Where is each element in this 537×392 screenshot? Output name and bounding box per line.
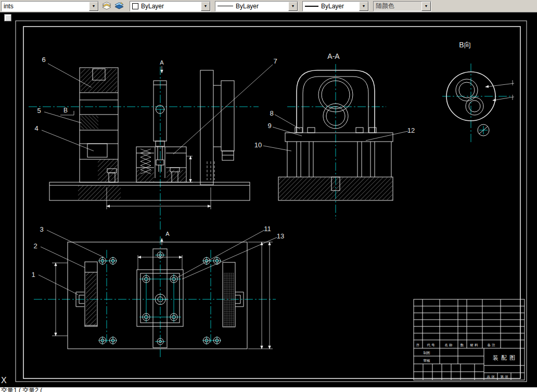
plotstyle-combo-dropdown-arrow-icon: ▼: [421, 2, 431, 11]
balloon-11: 11: [264, 225, 271, 233]
layer-combo-dropdown-arrow-icon[interactable]: ▼: [89, 2, 98, 11]
color-combo[interactable]: ByLayer ▼: [130, 1, 211, 11]
color-combo-value: ByLayer: [130, 2, 201, 11]
view-b-label: B向: [459, 41, 471, 49]
title-block: 序 代 号 名 称 数 材 料 备 注 制图 审核 装 配 图 共 张 第 张: [414, 299, 525, 380]
cut-a-top-label: A: [160, 59, 164, 66]
lineweight-combo[interactable]: ByLayer ▼: [302, 1, 369, 11]
plotstyle-combo-value: 随颜色: [374, 2, 421, 11]
tb-header-seq: 序: [416, 343, 420, 347]
layer-properties-button[interactable]: [100, 1, 113, 12]
linetype-combo-dropdown-arrow-icon[interactable]: ▼: [288, 2, 298, 11]
plan-view: [52, 242, 273, 349]
view-b: [446, 72, 514, 136]
tb-header-name: 名 称: [445, 343, 453, 347]
lineweight-combo-label: ByLayer: [321, 3, 344, 10]
lineweight-combo-value: ByLayer: [303, 2, 359, 11]
balloon-1: 1: [31, 271, 35, 279]
centerlines: [29, 64, 511, 358]
layer-combo[interactable]: ints ▼: [1, 1, 99, 11]
plotstyle-combo: 随颜色 ▼: [373, 1, 431, 11]
linetype-sample-icon: [218, 6, 233, 6]
balloon-8: 8: [270, 109, 273, 117]
lineweight-combo-dropdown-arrow-icon[interactable]: ▼: [359, 2, 368, 11]
tb-header-remark: 备 注: [488, 343, 495, 347]
balloon-9: 9: [267, 122, 271, 130]
balloon-3: 3: [40, 225, 43, 233]
properties-toolbar: ints ▼ B: [0, 0, 537, 12]
tb-cell-sheets: 共 张: [487, 375, 495, 379]
ucs-icon: X: [1, 376, 7, 385]
section-aa-label: A-A: [327, 52, 340, 60]
balloon-12: 12: [407, 127, 415, 134]
balloon-10: 10: [254, 141, 262, 149]
linetype-combo-value: ByLayer: [215, 2, 288, 11]
balloon-7: 7: [273, 57, 277, 65]
balloon-13: 13: [277, 232, 284, 240]
tb-cell-draw: 制图: [424, 351, 430, 355]
linetype-combo[interactable]: ByLayer ▼: [215, 1, 298, 11]
balloon-2: 2: [33, 242, 37, 250]
command-line-bar[interactable]: 交量1 ( 交量2 (: [0, 387, 537, 392]
balloon-6: 6: [42, 56, 45, 64]
cad-application-window: ints ▼ B: [0, 0, 537, 392]
tb-header-code: 代 号: [427, 343, 435, 347]
lineweight-sample-icon: [305, 6, 318, 7]
color-swatch-icon: [132, 3, 138, 9]
front-view: [49, 68, 250, 209]
drawing-viewport[interactable]: 1 2 3 4 5 6 7 8 9 10 11 12 13 A-A B向 A A: [0, 12, 537, 387]
tb-title: 装 配 图: [493, 355, 516, 361]
color-combo-dropdown-arrow-icon[interactable]: ▼: [201, 2, 210, 11]
tb-cell-page: 第 张: [501, 375, 508, 379]
color-combo-label: ByLayer: [141, 3, 164, 10]
assembly-drawing-canvas[interactable]: 1 2 3 4 5 6 7 8 9 10 11 12 13 A-A B向 A A: [0, 12, 537, 387]
view-labels: A-A B向 A A B: [60, 41, 471, 245]
tb-header-material: 材 料: [470, 343, 478, 347]
layer-states-icon: [114, 1, 124, 11]
layer-properties-icon: [101, 1, 112, 11]
cut-a-bottom-label: A: [165, 231, 170, 237]
layer-states-button[interactable]: [113, 1, 125, 12]
linetype-combo-label: ByLayer: [236, 3, 259, 10]
layer-combo-value: ints: [2, 2, 89, 11]
cut-b-label: B: [63, 107, 68, 114]
balloon-5: 5: [37, 107, 41, 115]
tb-header-qty: 数: [460, 343, 464, 347]
tb-cell-check: 审核: [424, 359, 431, 362]
command-line-text: 交量1 ( 交量2 (: [1, 387, 42, 392]
balloon-4: 4: [34, 124, 38, 132]
